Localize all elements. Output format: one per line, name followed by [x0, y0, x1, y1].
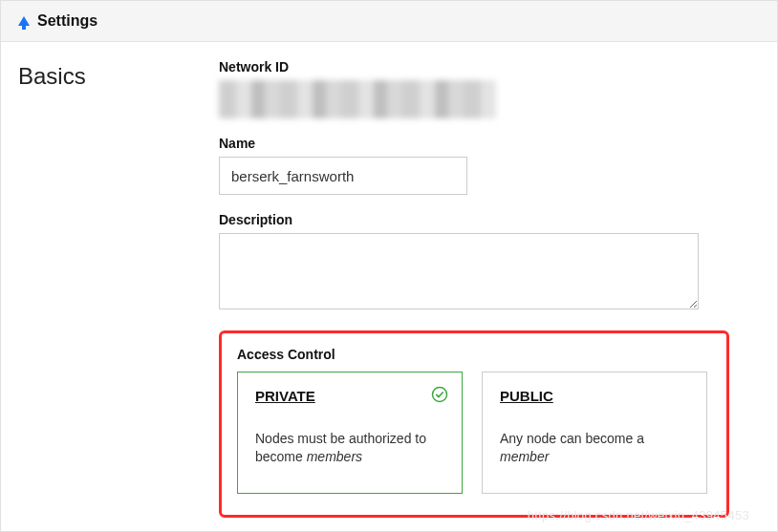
access-option-public[interactable]: PUBLIC Any node can become a member: [482, 372, 707, 494]
access-public-desc: Any node can become a member: [500, 430, 689, 466]
section-heading: Basics: [18, 59, 219, 518]
access-private-desc: Nodes must be authorized to become membe…: [255, 430, 444, 466]
description-field[interactable]: [219, 233, 699, 309]
check-circle-icon: [431, 386, 448, 403]
network-id-value-redacted: [219, 80, 496, 118]
name-label: Name: [219, 136, 731, 151]
access-control-section: Access Control PRIVATE Nodes must be aut…: [219, 330, 729, 518]
access-public-title: PUBLIC: [500, 388, 553, 404]
description-field-wrap: Description: [219, 212, 731, 313]
access-option-private[interactable]: PRIVATE Nodes must be authorized to beco…: [237, 372, 463, 494]
description-label: Description: [219, 212, 731, 227]
access-control-label: Access Control: [237, 347, 711, 362]
access-options: PRIVATE Nodes must be authorized to beco…: [237, 372, 711, 494]
name-field-wrap: Name: [219, 136, 731, 195]
arrow-up-icon: [18, 16, 30, 26]
content-area: Basics Network ID Name Description Acces…: [1, 42, 777, 518]
access-private-title: PRIVATE: [255, 388, 315, 404]
svg-point-0: [433, 388, 447, 402]
form-column: Network ID Name Description Access Contr…: [219, 59, 777, 518]
name-field[interactable]: [219, 157, 467, 195]
network-id-label: Network ID: [219, 59, 731, 74]
network-id-field: Network ID: [219, 59, 731, 118]
settings-title: Settings: [37, 12, 97, 30]
settings-header[interactable]: Settings: [1, 1, 777, 42]
